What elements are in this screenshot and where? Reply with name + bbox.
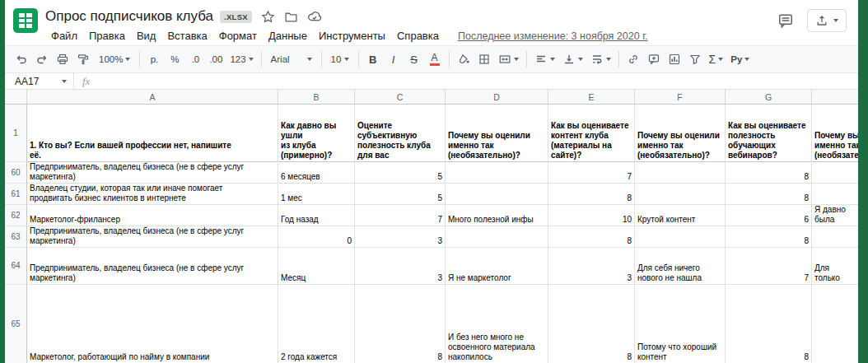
- fill-color-button[interactable]: [454, 49, 474, 69]
- col-header-b[interactable]: B: [278, 90, 355, 105]
- undo-button[interactable]: [12, 49, 31, 69]
- cell-E64[interactable]: 3: [548, 248, 635, 285]
- borders-button[interactable]: [474, 49, 494, 69]
- number-format-select[interactable]: 123: [226, 49, 256, 69]
- italic-button[interactable]: I: [384, 49, 404, 69]
- row-header-63[interactable]: 63: [5, 226, 27, 248]
- cell-E65[interactable]: 8: [548, 285, 635, 363]
- cell-H62[interactable]: Я давно была: [812, 205, 858, 226]
- zoom-select[interactable]: 100%: [94, 49, 135, 69]
- bold-button[interactable]: B: [363, 49, 383, 69]
- cell-H1[interactable]: Почему вы оценили именно так (необязател…: [812, 105, 858, 162]
- percent-format-button[interactable]: %: [165, 49, 184, 69]
- cell-A65[interactable]: Маркетолог, работающий по найму в компан…: [27, 285, 278, 363]
- menu-help[interactable]: Справка: [391, 28, 445, 44]
- cell-F1[interactable]: Почему вы оценили именно так (необязател…: [635, 105, 726, 162]
- menu-insert[interactable]: Вставка: [161, 28, 212, 44]
- text-color-button[interactable]: A: [425, 49, 445, 69]
- cell-F64[interactable]: Для себя ничего нового не нашла: [635, 248, 726, 285]
- cell-E63[interactable]: 8: [548, 226, 635, 248]
- cell-G63[interactable]: 8: [726, 226, 812, 248]
- cell-E60[interactable]: 7: [548, 162, 635, 184]
- font-select[interactable]: Arial: [266, 49, 317, 69]
- cell-D65[interactable]: И без него много не освоенного материала…: [446, 285, 548, 363]
- row-header-61[interactable]: 61: [5, 184, 27, 205]
- cell-D1[interactable]: Почему вы оценили именно так (необязател…: [446, 105, 548, 162]
- currency-format-button[interactable]: р.: [144, 49, 164, 69]
- cell-B64[interactable]: Месяц: [278, 248, 355, 285]
- text-wrap-button[interactable]: [587, 49, 614, 69]
- menu-view[interactable]: Вид: [131, 28, 162, 44]
- cell-C60[interactable]: 5: [355, 162, 446, 184]
- cell-A63[interactable]: Предприниматель, владелец бизнеса (не в …: [27, 226, 278, 248]
- cell-C61[interactable]: 5: [355, 184, 446, 205]
- print-button[interactable]: [53, 49, 72, 69]
- cell-B60[interactable]: 6 месяцев: [278, 162, 355, 184]
- move-folder-icon[interactable]: [284, 10, 298, 24]
- cell-F65[interactable]: Потому что хороший контент: [635, 285, 726, 363]
- sheets-logo-icon[interactable]: [13, 8, 38, 33]
- cell-D64[interactable]: Я не маркетолог: [446, 248, 548, 285]
- menu-file[interactable]: Файл: [45, 28, 83, 44]
- cell-A1[interactable]: 1. Кто вы? Если вашей профессии нет, нап…: [27, 105, 278, 162]
- cell-H65[interactable]: [812, 285, 858, 363]
- filter-button[interactable]: [685, 49, 705, 69]
- col-header-h[interactable]: [812, 90, 858, 105]
- col-header-a[interactable]: A: [27, 90, 278, 105]
- col-header-f[interactable]: F: [635, 90, 726, 105]
- cell-B65[interactable]: 2 года кажется: [278, 285, 355, 363]
- increase-decimal-button[interactable]: .00: [206, 49, 226, 69]
- menu-data[interactable]: Данные: [263, 28, 313, 44]
- cell-G64[interactable]: 7: [726, 248, 812, 285]
- col-header-d[interactable]: D: [446, 90, 548, 105]
- functions-button[interactable]: Σ: [706, 49, 727, 69]
- cell-G1[interactable]: Как вы оцениваете полезность обучающих в…: [726, 105, 812, 162]
- formula-input[interactable]: [98, 73, 858, 89]
- cell-G61[interactable]: 8: [726, 184, 812, 205]
- cell-C65[interactable]: 8: [355, 285, 446, 363]
- cell-G60[interactable]: 8: [726, 162, 812, 184]
- cell-D61[interactable]: [446, 184, 548, 205]
- merge-cells-button[interactable]: [495, 49, 522, 69]
- decrease-decimal-button[interactable]: .0: [185, 49, 205, 69]
- cell-F60[interactable]: [635, 162, 726, 184]
- cell-D63[interactable]: [446, 226, 548, 248]
- cell-E62[interactable]: 10: [548, 205, 635, 226]
- cell-A62[interactable]: Маркетолог-фрилансер: [27, 205, 278, 226]
- cell-E61[interactable]: 8: [548, 184, 635, 205]
- cell-D62[interactable]: Много полезной инфы: [446, 205, 548, 226]
- cloud-status-icon[interactable]: [307, 9, 322, 24]
- font-size-select[interactable]: 10: [326, 49, 354, 69]
- share-button[interactable]: [807, 9, 847, 32]
- cell-A60[interactable]: Предприниматель, владелец бизнеса (не в …: [27, 162, 278, 184]
- vertical-align-button[interactable]: [559, 49, 586, 69]
- insert-link-button[interactable]: [623, 49, 643, 69]
- cell-E1[interactable]: Как вы оцениваете контент клуба (материа…: [548, 105, 635, 162]
- insert-comment-button[interactable]: [644, 49, 664, 69]
- cell-H63[interactable]: [812, 226, 858, 248]
- paint-format-button[interactable]: [73, 49, 93, 69]
- cell-H64[interactable]: Для только: [812, 248, 858, 285]
- cell-C1[interactable]: Оцените субъективную полезность клуба дл…: [355, 105, 446, 162]
- cell-H61[interactable]: [812, 184, 858, 205]
- cell-A64[interactable]: Предприниматель, владелец бизнеса (не в …: [27, 248, 278, 285]
- row-header-1[interactable]: 1: [5, 105, 27, 162]
- col-header-g[interactable]: G: [726, 90, 812, 105]
- document-title[interactable]: Опрос подписчиков клуба: [45, 8, 213, 25]
- menu-tools[interactable]: Инструменты: [313, 28, 391, 44]
- cell-D60[interactable]: [446, 162, 548, 184]
- cell-C64[interactable]: 3: [355, 248, 446, 285]
- cell-G62[interactable]: 6: [726, 205, 812, 226]
- row-header-60[interactable]: 60: [5, 162, 27, 184]
- horizontal-align-button[interactable]: [531, 49, 558, 69]
- comment-history-icon[interactable]: [777, 12, 794, 29]
- name-box[interactable]: AA17: [5, 73, 74, 89]
- row-header-62[interactable]: 62: [5, 205, 27, 226]
- last-edited-link[interactable]: Последнее изменение: 3 ноября 2020 г.: [458, 30, 648, 42]
- col-header-e[interactable]: E: [548, 90, 635, 105]
- row-header-64[interactable]: 64: [5, 248, 27, 285]
- redo-button[interactable]: [32, 49, 52, 69]
- strikethrough-button[interactable]: S: [404, 49, 424, 69]
- insert-chart-button[interactable]: [665, 49, 684, 69]
- cell-B61[interactable]: 1 мес: [278, 184, 355, 205]
